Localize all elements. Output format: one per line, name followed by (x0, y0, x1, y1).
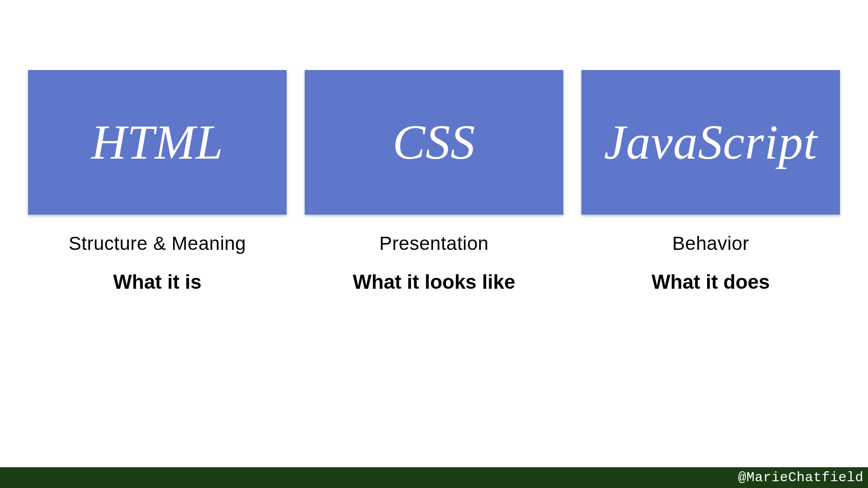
card-css: CSS (305, 70, 563, 215)
card-title-html: HTML (91, 114, 223, 170)
tagline-html: What it is (113, 271, 202, 293)
tagline-css: What it looks like (353, 271, 515, 293)
tagline-javascript: What it does (651, 271, 770, 293)
card-html: HTML (28, 70, 287, 215)
card-title-css: CSS (392, 114, 475, 170)
card-title-javascript: JavaScript (604, 114, 817, 170)
subtitle-javascript: Behavior (672, 233, 749, 254)
footer-bar: @MarieChatfield (0, 467, 868, 488)
slide-content: HTML Structure & Meaning What it is CSS … (0, 0, 868, 293)
footer-handle: @MarieChatfield (738, 470, 863, 485)
card-javascript: JavaScript (581, 70, 840, 215)
column-css: CSS Presentation What it looks like (305, 70, 563, 293)
column-javascript: JavaScript Behavior What it does (581, 70, 840, 293)
subtitle-html: Structure & Meaning (69, 233, 246, 254)
subtitle-css: Presentation (379, 233, 489, 254)
column-html: HTML Structure & Meaning What it is (28, 70, 287, 293)
